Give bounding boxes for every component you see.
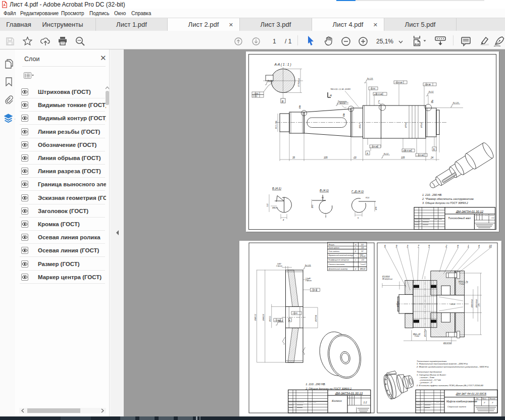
svg-text:Ø6 Н7/рб: Ø6 Н7/рб <box>424 329 426 337</box>
svg-text:М6х1 - 8У: М6х1 - 8У <box>413 333 421 335</box>
svg-text:1. 210...290 НВ.: 1. 210...290 НВ. <box>306 383 326 386</box>
svg-text:Муфта комбинированная: Муфта комбинированная <box>446 400 477 403</box>
svg-text:Ø75,98: Ø75,98 <box>397 301 399 307</box>
svg-text:β: β <box>355 250 356 252</box>
svg-text:Делительный диаметр: Делительный диаметр <box>328 268 348 270</box>
svg-text:36 сверлений: 36 сверлений <box>382 278 392 280</box>
svg-text:Коэффициент смещения: Коэффициент смещения <box>329 259 349 261</box>
svg-text:А: А <box>329 94 332 97</box>
svg-text:Г: Г <box>378 100 380 103</box>
svg-text:⊥ 0,06 А: ⊥ 0,06 А <box>311 289 317 291</box>
svg-text:Ø98 Н9/к9: Ø98 Н9/к9 <box>471 299 473 308</box>
svg-text:Ra 0,10: Ra 0,10 <box>340 102 345 104</box>
svg-text:+20,30: +20,30 <box>450 303 456 305</box>
svg-text:У: У <box>484 401 485 404</box>
svg-text:Б (4:1): Б (4:1) <box>272 187 281 190</box>
svg-text:2 фаски: 2 фаски <box>305 280 312 282</box>
svg-text:Ø105,5: Ø105,5 <box>269 316 271 322</box>
svg-text:2 отв.: 2 отв. <box>459 283 465 285</box>
svg-text:d: d <box>355 268 356 270</box>
svg-text:Ra 1,6: Ra 1,6 <box>268 80 273 82</box>
svg-text:4: 4 <box>478 244 480 247</box>
svg-text:R6,3√3-4о: R6,3√3-4о <box>275 121 277 129</box>
svg-text:ДМ-ЭКГ54-01.30.12: ДМ-ЭКГ54-01.30.12 <box>456 210 484 213</box>
svg-text:Ø74: Ø74 <box>375 206 377 211</box>
svg-text:Ø498,36: Ø498,36 <box>263 314 265 321</box>
svg-text:12°: 12° <box>361 250 364 252</box>
svg-text:⊚ Ø0,05 АБ: ⊚ Ø0,05 АБ <box>402 150 411 152</box>
svg-text:Г, Д (4:1): Г, Д (4:1) <box>351 190 364 193</box>
svg-text:8: 8 <box>457 244 459 247</box>
svg-text:2 фаски: 2 фаски <box>276 265 282 267</box>
svg-text:2. Момент срабатывания предохр: 2. Момент срабатывания предохранительног… <box>416 365 489 368</box>
svg-text:Ø577,98: Ø577,98 <box>315 315 317 322</box>
svg-text:x: x <box>355 259 356 261</box>
svg-text:3. Общие допуски по ГОСТ 30893: 3. Общие допуски по ГОСТ 30893.2 <box>422 201 468 204</box>
svg-text:М20х2,5 - 6g: М20х2,5 - 6g <box>459 281 468 283</box>
svg-text:270: 270 <box>478 303 480 307</box>
svg-text:35: 35 <box>292 156 295 159</box>
svg-text:Техническая характеристика: Техническая характеристика <box>417 360 447 362</box>
svg-text:1:1: 1:1 <box>491 217 494 219</box>
svg-text:Нормальный исходный контур: Нормальный исходный контур <box>329 254 354 256</box>
svg-text:⊥ 0,05 АБ: ⊥ 0,05 АБ <box>370 146 378 148</box>
svg-text:⊥ 0,005: ⊥ 0,005 <box>252 93 259 95</box>
svg-text:Тихоходный вал: Тихоходный вал <box>448 217 471 220</box>
svg-text:Ø71г6: Ø71г6 <box>421 123 423 128</box>
svg-text:—: — <box>355 254 357 256</box>
svg-text:Ø77г6: Ø77г6 <box>405 123 407 128</box>
svg-text:⌰ 0,025 АБ: ⌰ 0,025 АБ <box>394 82 402 84</box>
svg-text:○ 0,80 АБ: ○ 0,80 АБ <box>424 84 431 86</box>
svg-text:Ra 1,6: Ra 1,6 <box>278 320 283 322</box>
svg-text:2. В полости муфты заложить ПС: 2. В полости муфты заложить ПСМ («Волит-… <box>416 384 484 387</box>
svg-text:Ø43,5: Ø43,5 <box>272 207 277 209</box>
svg-text:Ø20 Н7/h6: Ø20 Н7/h6 <box>443 342 451 344</box>
svg-text:Ra 3,2: Ra 3,2 <box>429 91 434 93</box>
svg-text:3: 3 <box>407 244 409 247</box>
svg-text:1: 1 <box>468 244 469 247</box>
svg-text:480,32: 480,32 <box>360 268 365 270</box>
svg-text:Модуль: Модуль <box>329 244 335 246</box>
svg-text:Ø486,12: Ø486,12 <box>255 314 257 321</box>
svg-text:Ra 3,2: Ra 3,2 <box>384 153 389 155</box>
svg-text:Ra 1,25: Ra 1,25 <box>367 78 373 80</box>
svg-text:2: 2 <box>445 244 447 247</box>
svg-text:Ra 1,25: Ra 1,25 <box>305 265 311 267</box>
svg-text:Масса: Масса <box>482 398 486 400</box>
svg-text:⊚ Ø0,50 АБ: ⊚ Ø0,50 АБ <box>374 93 382 95</box>
svg-text:z: z <box>355 247 356 249</box>
svg-text:Масштаб: Масштаб <box>490 398 496 400</box>
svg-text:-0,3: -0,3 <box>361 259 364 261</box>
svg-text:В (4:1): В (4:1) <box>320 189 329 192</box>
svg-text:13755-81: 13755-81 <box>360 255 366 257</box>
svg-text:Угол наклона: Угол наклона <box>329 250 339 252</box>
svg-text:- радиальные - 0,7 мм: - радиальные - 0,7 мм <box>419 379 441 381</box>
svg-text:2. *Размер обеспечить инструме: 2. *Размер обеспечить инструментом. <box>422 197 474 200</box>
svg-text:-20: -20 <box>353 156 357 159</box>
svg-text:⌰ 0,016: ⌰ 0,016 <box>370 88 375 90</box>
svg-text:24: 24 <box>430 156 434 159</box>
svg-text:Технические требования: Технические требования <box>417 371 442 373</box>
svg-text:R1,6: R1,6 <box>366 197 369 199</box>
svg-text:1:2: 1:2 <box>364 401 367 404</box>
svg-text:А: А <box>289 320 290 322</box>
svg-text:Колесо: Колесо <box>332 399 342 402</box>
svg-text:5: 5 <box>358 217 359 219</box>
svg-text:Д: Д <box>431 99 433 102</box>
svg-text:7-в-в-С: 7-в-в-С <box>360 264 366 266</box>
svg-text:9: 9 <box>396 244 397 247</box>
svg-text:ТВЧ h 0,8...1,2; 40...50 HRC: ТВЧ h 0,8...1,2; 40...50 HRC <box>330 88 351 90</box>
svg-text:ДМ-ЭКГ54-01.30.13: ДМ-ЭКГ54-01.30.13 <box>335 392 363 395</box>
svg-text:2. Общие допуски по ГОСТ 30893: 2. Общие допуски по ГОСТ 30893.2. <box>305 387 352 390</box>
svg-text:57,75(вых): 57,75(вых) <box>298 78 300 87</box>
svg-text:6: 6 <box>384 244 386 247</box>
svg-text:⊥ 0,02 АБ: ⊥ 0,02 АБ <box>416 154 424 156</box>
svg-text:Ra 1,25: Ra 1,25 <box>453 102 459 104</box>
svg-text:Ø63: Ø63 <box>312 204 314 208</box>
svg-text:105: 105 <box>401 156 405 159</box>
svg-text:У: У <box>492 401 493 404</box>
svg-text:m: m <box>355 244 357 246</box>
svg-text:Число зубьев: Число зубьев <box>329 247 339 249</box>
svg-text:В: В <box>343 113 345 116</box>
svg-text:105: 105 <box>324 156 328 159</box>
